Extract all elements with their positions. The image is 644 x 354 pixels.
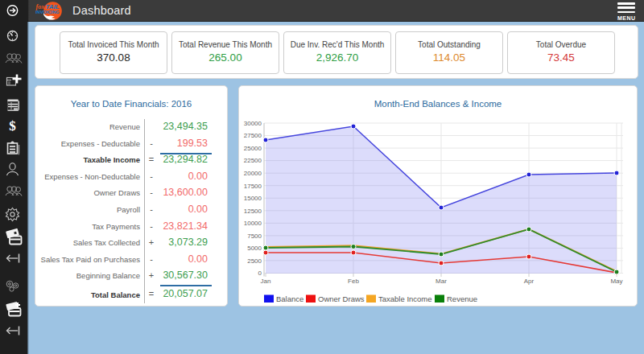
svg-text:Feb: Feb xyxy=(348,278,359,285)
svg-text:Taxable Income: Taxable Income xyxy=(378,294,432,303)
svg-text:0: 0 xyxy=(258,270,262,277)
svg-text:7500: 7500 xyxy=(247,233,262,240)
svg-text:17500: 17500 xyxy=(244,183,262,190)
svg-text:Revenue: Revenue xyxy=(447,294,477,303)
svg-text:2500: 2500 xyxy=(247,257,262,265)
svg-text:22500: 22500 xyxy=(244,157,262,164)
svg-text:15000: 15000 xyxy=(244,195,262,202)
svg-text:Balance: Balance xyxy=(276,294,303,303)
svg-text:27500: 27500 xyxy=(244,132,262,139)
svg-text:Mar: Mar xyxy=(436,278,447,285)
svg-text:20000: 20000 xyxy=(244,170,262,177)
svg-text:10000: 10000 xyxy=(244,220,262,227)
svg-text:$: $ xyxy=(9,118,16,134)
svg-text:INVOICING: INVOICING xyxy=(35,10,60,14)
svg-text:Apr: Apr xyxy=(524,278,535,285)
svg-text:Jan: Jan xyxy=(261,278,271,285)
svg-text:25000: 25000 xyxy=(244,145,262,152)
svg-text:May: May xyxy=(610,278,622,285)
svg-text:30000: 30000 xyxy=(244,120,262,127)
svg-text:12500: 12500 xyxy=(244,208,262,215)
svg-text:5000: 5000 xyxy=(247,245,262,252)
svg-text:Owner Draws: Owner Draws xyxy=(318,294,365,303)
